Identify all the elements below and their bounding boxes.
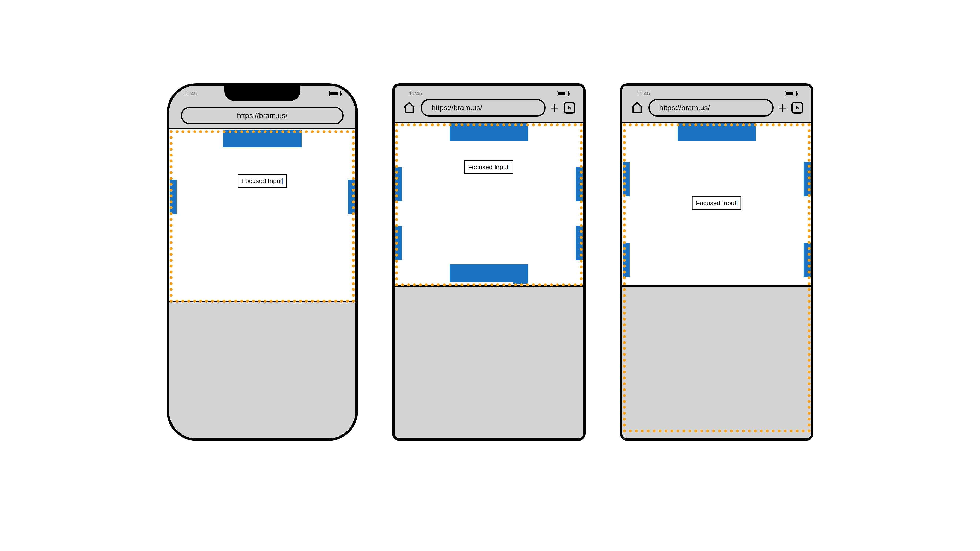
focused-input-label: Focused Input	[242, 177, 282, 185]
battery-icon	[329, 91, 341, 97]
status-time: 11:45	[183, 91, 197, 97]
text-caret	[282, 178, 283, 184]
url-bar-row: https://bram.us/	[169, 107, 355, 124]
device-phone-3: 11:45 https://bram.us/ + 5	[620, 83, 813, 441]
page-content: Focused Input	[169, 129, 355, 438]
focused-input[interactable]: Focused Input	[692, 196, 741, 210]
fixed-left-upper	[395, 167, 402, 201]
status-bar: 11:45	[622, 89, 811, 98]
visual-viewport-outline	[395, 124, 583, 286]
url-text: https://bram.us/	[237, 111, 288, 120]
url-bar[interactable]: https://bram.us/	[420, 99, 546, 117]
fixed-right-upper	[576, 167, 583, 201]
fixed-right-upper	[348, 180, 355, 214]
fixed-top-center	[223, 130, 302, 148]
focused-input-label: Focused Input	[468, 164, 509, 171]
browser-chrome: 11:45 https://bram.us/ + 5	[395, 86, 583, 123]
fixed-left-mid	[623, 243, 630, 277]
url-text: https://bram.us/	[659, 103, 710, 112]
status-time: 11:45	[409, 91, 422, 97]
fixed-bottom-right-step	[513, 277, 528, 284]
tab-count-button[interactable]: 5	[563, 102, 575, 114]
new-tab-button[interactable]: +	[778, 100, 787, 115]
device-phone-2: 11:45 https://bram.us/ + 5	[392, 83, 585, 441]
status-time: 11:45	[636, 91, 650, 97]
focused-input-label: Focused Input	[696, 199, 736, 207]
fixed-left-upper	[170, 180, 177, 214]
device-phone-1: 11:45 https://bram.us/	[167, 83, 358, 441]
fixed-top-center	[678, 124, 756, 141]
fixed-left-lower	[395, 226, 402, 260]
fixed-right-lower	[576, 226, 583, 260]
url-bar-row: https://bram.us/ + 5	[622, 99, 811, 117]
focused-input[interactable]: Focused Input	[464, 160, 513, 174]
page-content: Focused Input	[395, 123, 583, 438]
text-caret	[509, 164, 509, 170]
keyboard-area	[395, 285, 583, 438]
url-bar[interactable]: https://bram.us/	[181, 107, 344, 124]
status-bar: 11:45	[395, 89, 583, 98]
url-text: https://bram.us/	[431, 103, 482, 112]
keyboard-area	[622, 285, 811, 438]
url-bar-row: https://bram.us/ + 5	[395, 99, 583, 117]
text-caret	[737, 200, 737, 206]
keyboard-area	[169, 301, 355, 438]
page-content: Focused Input	[622, 123, 811, 438]
browser-chrome: 11:45 https://bram.us/ + 5	[622, 86, 811, 123]
home-icon[interactable]	[630, 101, 644, 114]
tab-count-button[interactable]: 5	[791, 102, 803, 114]
focused-input[interactable]: Focused Input	[238, 175, 287, 188]
notch	[224, 86, 300, 101]
fixed-left-upper	[623, 162, 630, 196]
new-tab-button[interactable]: +	[550, 100, 559, 115]
fixed-top-center	[450, 124, 528, 141]
fixed-right-mid	[803, 243, 810, 277]
url-bar[interactable]: https://bram.us/	[648, 99, 774, 117]
home-icon[interactable]	[402, 101, 416, 114]
fixed-right-upper	[803, 162, 810, 196]
visual-viewport-outline	[170, 130, 355, 303]
battery-icon	[557, 91, 569, 97]
battery-icon	[784, 91, 797, 97]
